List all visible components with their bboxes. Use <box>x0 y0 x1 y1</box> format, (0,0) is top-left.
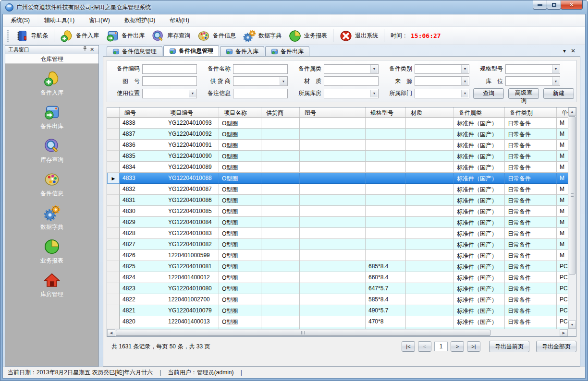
export-all-pages-button[interactable]: 导出全部页 <box>536 341 576 352</box>
current-page-input[interactable]: 1 <box>434 342 448 351</box>
table-row[interactable]: ▶4833YG12204010088O型圈标准件（国产）日常备件M <box>107 173 568 184</box>
table-cell <box>366 151 406 162</box>
text-input[interactable] <box>142 76 197 86</box>
table-row[interactable]: 4837YG12204010092O型圈标准件（国产）日常备件M <box>107 129 568 140</box>
toolbar-button-inventory-search[interactable]: 库存查询 <box>148 28 194 44</box>
table-row[interactable]: 4821YG12204010079O型圈490*5.7标准件（国产）日常备件PC <box>107 305 568 316</box>
menu-item[interactable]: 辅助工具(T) <box>44 16 74 24</box>
table-row[interactable]: 48261220401000599O型圈标准件（国产）日常备件M <box>107 250 568 261</box>
chevron-down-icon[interactable]: ▾ <box>563 48 566 54</box>
vertical-scrollbar[interactable]: ▲ ▼ <box>568 107 576 329</box>
tab[interactable]: 备件出库 <box>265 46 309 56</box>
sidebar-item-warehouse-home[interactable]: 库房管理 <box>40 272 63 298</box>
sidebar-item-parts-out[interactable]: 备件出库 <box>40 104 63 131</box>
minimize-button[interactable] <box>533 0 547 10</box>
table-row[interactable]: 48201220401400013O型圈470*8标准件（国产）日常备件PC <box>107 316 568 327</box>
dropdown[interactable]: ▼ <box>324 64 379 74</box>
column-header[interactable]: 图号 <box>300 107 366 118</box>
column-header[interactable]: 规格型号 <box>366 107 406 118</box>
table-row[interactable]: 4838YG12204010093O型圈标准件（国产）日常备件M <box>107 118 568 129</box>
close-icon[interactable]: ✕ <box>88 46 96 53</box>
dropdown[interactable]: ▼ <box>415 89 469 98</box>
scroll-up-icon[interactable]: ▲ <box>568 107 576 116</box>
table-cell: 日常备件 <box>505 217 557 228</box>
dropdown[interactable]: ▼ <box>505 76 560 86</box>
toolbar-button-parts-out[interactable]: 备件出库 <box>102 28 148 44</box>
advanced-query-button[interactable]: 高级查询 <box>508 88 539 99</box>
text-input[interactable] <box>142 64 197 74</box>
text-input[interactable] <box>233 89 288 98</box>
tab[interactable]: 备件信息管理 <box>107 46 162 56</box>
dropdown[interactable]: ▼ <box>142 89 197 98</box>
column-header[interactable]: 项目编号 <box>165 107 219 118</box>
tab[interactable]: 备件信息管理 <box>163 45 219 56</box>
previous-page-button[interactable]: < <box>418 341 431 352</box>
vertical-scroll-thumb[interactable] <box>569 116 576 274</box>
text-input[interactable] <box>324 76 379 86</box>
table-row[interactable]: 4825YG12204010081O型圈685*8.4标准件（国产）日常备件PC <box>107 261 568 272</box>
next-page-button[interactable]: > <box>451 341 464 352</box>
column-header[interactable]: 材质 <box>406 107 454 118</box>
last-page-button[interactable]: >| <box>467 341 480 352</box>
table-row[interactable]: 4828YG12204010083O型圈标准件（国产）日常备件M <box>107 228 568 239</box>
scroll-left-icon[interactable]: ◀ <box>107 329 115 336</box>
toolbar-button-parts-info[interactable]: 备件信息 <box>194 28 239 44</box>
table-row[interactable]: 4830YG12204010085O型圈标准件（国产）日常备件M <box>107 206 568 217</box>
column-header[interactable]: 供货商 <box>261 107 300 118</box>
table-row[interactable]: 4834YG12204010089O型圈标准件（国产）日常备件M <box>107 162 568 173</box>
sidebar-item-parts-info[interactable]: 备件信息 <box>40 171 63 198</box>
close-button[interactable]: ✕ <box>561 0 583 10</box>
new-button[interactable]: 新建 <box>543 88 574 99</box>
horizontal-scroll-thumb[interactable] <box>116 330 490 336</box>
sidebar-item-data-dictionary[interactable]: 数据字典 <box>40 204 63 231</box>
menu-item[interactable]: 数据维护(D) <box>124 16 156 24</box>
toolbar-button-data-dictionary[interactable]: 数据字典 <box>239 28 285 44</box>
sidebar-item-business-report[interactable]: 业务报表 <box>40 238 63 265</box>
horizontal-scrollbar[interactable]: ◀ ▶ <box>107 329 568 336</box>
table-row[interactable]: 4831YG12204010086O型圈标准件（国产）日常备件M <box>107 195 568 206</box>
menu-item[interactable]: 系统(S) <box>11 16 30 24</box>
column-header[interactable]: 备件属类 <box>454 107 505 118</box>
table-cell: 4835 <box>120 151 165 162</box>
tab[interactable]: 备件入库 <box>220 46 264 56</box>
toolbar-button-exit[interactable]: 退出系统 <box>336 28 381 44</box>
parts-info-icon <box>197 29 210 43</box>
column-header[interactable]: 项目名称 <box>219 107 261 118</box>
query-button[interactable]: 查询 <box>473 88 504 99</box>
table-row[interactable]: 4829YG12204010084O型圈标准件（国产）日常备件M <box>107 217 568 228</box>
dropdown[interactable]: ▼ <box>233 76 288 86</box>
dropdown[interactable]: ▼ <box>324 89 379 98</box>
column-header[interactable]: 编号 <box>120 107 165 118</box>
maximize-button[interactable] <box>547 0 561 10</box>
column-header[interactable]: 单位 <box>557 107 568 118</box>
toolbar-button-business-report[interactable]: 业务报表 <box>285 28 331 44</box>
table-row[interactable]: 4823YG12204010080O型圈647*5.7标准件（国产）日常备件PC <box>107 283 568 294</box>
dropdown[interactable]: ▼ <box>415 76 469 86</box>
table-row[interactable]: 4836YG12204010091O型圈标准件（国产）日常备件M <box>107 140 568 151</box>
text-input[interactable] <box>233 64 288 74</box>
table-row[interactable]: 4832YG12204010087O型圈标准件（国产）日常备件M <box>107 184 568 195</box>
toolbar-drag-handle[interactable] <box>7 30 9 42</box>
table-cell <box>261 151 300 162</box>
table-row[interactable]: 4835YG12204010090O型圈标准件（国产）日常备件M <box>107 151 568 162</box>
pin-icon[interactable] <box>81 46 88 53</box>
toolbar-button-parts-in[interactable]: 备件入库 <box>57 28 102 44</box>
menu-item[interactable]: 帮助(H) <box>170 16 189 24</box>
table-row[interactable]: 4827YG12204010082O型圈标准件（国产）日常备件M <box>107 239 568 250</box>
dropdown[interactable]: ▼ <box>505 64 560 74</box>
scroll-right-icon[interactable]: ▶ <box>560 329 568 336</box>
table-row[interactable]: 48241220401400012O型圈660*8.4标准件（国产）日常备件PC <box>107 272 568 283</box>
toolbar-button-navbar[interactable]: 导航条 <box>12 28 51 44</box>
row-indicator <box>107 184 120 195</box>
dropdown[interactable]: ▼ <box>415 64 469 74</box>
first-page-button[interactable]: |< <box>402 341 415 352</box>
close-tab-icon[interactable]: ✕ <box>571 48 576 54</box>
scroll-down-icon[interactable]: ▼ <box>568 321 576 329</box>
sidebar-item-inventory-search[interactable]: 库存查询 <box>40 137 63 164</box>
export-current-page-button[interactable]: 导出当前页 <box>489 341 529 352</box>
table-cell: 标准件（国产） <box>454 316 505 327</box>
menu-item[interactable]: 窗口(W) <box>89 16 110 24</box>
sidebar-item-parts-in[interactable]: 备件入库 <box>40 70 63 97</box>
table-row[interactable]: 48221220401002700O型圈585*8.4标准件（国产）日常备件PC <box>107 294 568 305</box>
column-header[interactable]: 备件类别 <box>505 107 557 118</box>
